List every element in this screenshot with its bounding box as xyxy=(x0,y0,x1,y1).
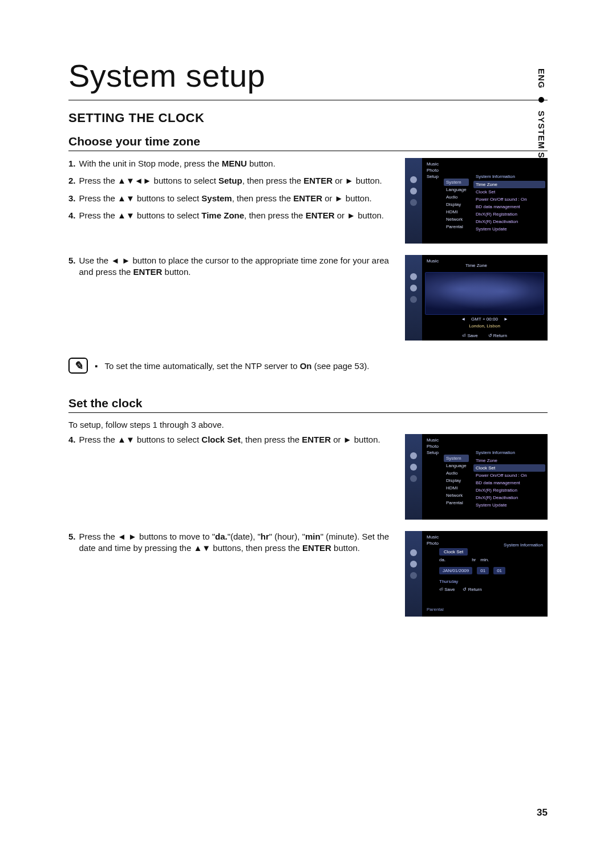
tv-nav-photo: Photo xyxy=(427,168,439,173)
globe-icon xyxy=(410,176,417,183)
tv-menu-item: Audio xyxy=(444,193,469,201)
tv-menu-item: HDMI xyxy=(444,484,469,492)
lang-tab: ENG xyxy=(537,68,546,89)
tv-weekday: Thursday xyxy=(439,579,505,584)
return-icon: ↺ xyxy=(488,333,493,338)
choose-tz-step5: 5.Use the ◄ ► button to place the cursor… xyxy=(68,255,396,278)
tv-screenshot-clockset-fields: Music Photo System Information Clock Set… xyxy=(405,531,548,617)
tv-panel-item: System Update xyxy=(473,501,545,509)
tv-panel-item: BD data management xyxy=(473,203,545,210)
tv-panel-item: BD data management xyxy=(473,479,545,487)
set-clock-heading: Set the clock xyxy=(68,396,548,413)
gear-icon xyxy=(410,285,417,291)
tv-panel-clockset: Clock Set xyxy=(473,464,545,472)
step: 4.Press the ▲▼ buttons to select Clock S… xyxy=(68,434,396,445)
tv-menu-system: System xyxy=(444,455,469,462)
tv-save-button-label: Save xyxy=(444,587,455,592)
tv-nav-photo: Photo xyxy=(427,541,439,546)
tv-panel-item: DivX(R) Registration xyxy=(473,487,545,494)
tv-gmt: GMT + 00:00 xyxy=(471,317,498,322)
tv-return-button-label: Return xyxy=(468,587,482,592)
tv-nav-music: Music xyxy=(427,161,439,167)
tv-menu-item: HDMI xyxy=(444,208,469,216)
tv-nav-music: Music xyxy=(427,534,439,540)
tv-menu-item: Audio xyxy=(444,469,469,477)
dim-icon xyxy=(410,199,417,206)
tv-menu-item: Network xyxy=(444,492,469,499)
chevron-left-icon: ◄ xyxy=(461,317,465,322)
page-title: System setup xyxy=(68,57,548,100)
tv-cities: London, Lisbon xyxy=(425,323,544,329)
tv-screenshot-system-timezone: Music Photo Setup System Language Audio … xyxy=(405,158,548,244)
bullet-icon xyxy=(538,97,544,103)
choose-tz-heading: Choose your time zone xyxy=(68,135,548,151)
tv-tz-title: Time Zone xyxy=(405,263,548,268)
world-map-icon xyxy=(425,272,544,315)
tv-panel-item: System Update xyxy=(473,225,545,233)
manual-page: ENG SYSTEM SETUP System setup SETTING TH… xyxy=(0,0,616,847)
tv-menu-item: Language xyxy=(444,462,469,469)
note-pencil-icon: ✎ xyxy=(68,358,88,374)
tv-panel-item: DivX(R) Registration xyxy=(473,210,545,218)
tv-panel-item: Power On/Off sound : On xyxy=(473,196,545,203)
chevron-right-icon: ► xyxy=(504,317,508,322)
tv-nav-music: Music xyxy=(427,437,439,443)
page-heading: SETTING THE CLOCK xyxy=(68,111,548,125)
step: 3.Press the ▲▼ buttons to select System,… xyxy=(68,193,396,204)
tv-menu-item: Parental xyxy=(444,499,469,506)
gear-icon xyxy=(410,464,417,471)
tv-menu-item: Parental xyxy=(444,223,469,230)
dim-icon xyxy=(410,296,417,303)
tv-return-button-label: Return xyxy=(493,333,507,338)
tv-panel-header: System Information xyxy=(504,542,543,548)
label-min: min. xyxy=(480,557,489,562)
tv-clockset-title: Clock Set xyxy=(439,548,468,556)
tv-date-value: JAN/01/2009 xyxy=(439,567,472,574)
enter-icon: ⏎ xyxy=(462,333,467,338)
dim-icon xyxy=(410,475,417,482)
step: 5.Press the ◄ ► buttons to move to "da."… xyxy=(68,531,396,554)
step: 5.Use the ◄ ► button to place the cursor… xyxy=(68,255,396,278)
globe-icon xyxy=(410,549,417,556)
choose-tz-steps: 1.With the unit in Stop mode, press the … xyxy=(68,158,396,221)
note: ✎ ▪ To set the time automatically, set t… xyxy=(68,358,548,374)
tv-menu-item: Display xyxy=(444,201,469,208)
set-clock-step4: 4.Press the ▲▼ buttons to select Clock S… xyxy=(68,434,396,445)
tv-min-value: 01 xyxy=(493,567,505,574)
tv-nav-setup: Setup xyxy=(427,174,439,179)
tv-menu-item: Network xyxy=(444,216,469,223)
page-number: 35 xyxy=(537,807,548,818)
tv-panel-header: System Information xyxy=(473,450,545,455)
tv-menu-item: Parental xyxy=(427,607,444,612)
tv-screenshot-timezone-map: Music Time Zone ◄ GMT + 00:00 ► London, … xyxy=(405,255,548,341)
label-da: da. xyxy=(439,557,445,562)
tv-panel-item: Power On/Off sound : On xyxy=(473,472,545,479)
gear-icon xyxy=(410,188,417,194)
dim-icon xyxy=(410,572,417,579)
tv-panel-item: Clock Set xyxy=(473,188,545,196)
step: 2.Press the ▲▼◄► buttons to select Setup… xyxy=(68,175,396,187)
gear-icon xyxy=(410,561,417,568)
tv-panel-item: DivX(R) Deactivation xyxy=(473,494,545,501)
tv-menu-system: System xyxy=(444,179,469,186)
tv-hr-value: 01 xyxy=(477,567,489,574)
note-bullet: ▪ xyxy=(95,361,98,371)
tv-menu-item: Display xyxy=(444,477,469,484)
globe-icon xyxy=(410,452,417,459)
tv-panel-header: System Information xyxy=(473,174,545,179)
tv-panel-item: DivX(R) Deactivation xyxy=(473,218,545,225)
tv-menu-item: Language xyxy=(444,186,469,193)
return-icon: ↺ xyxy=(463,587,468,592)
tv-panel-item: Time Zone xyxy=(473,457,545,464)
tv-save-button-label: Save xyxy=(467,333,477,338)
tv-nav-setup: Setup xyxy=(427,450,439,455)
step: 1.With the unit in Stop mode, press the … xyxy=(68,158,396,169)
tv-nav-photo: Photo xyxy=(427,444,439,449)
set-clock-step5: 5.Press the ◄ ► buttons to move to "da."… xyxy=(68,531,396,554)
step: 4.Press the ▲▼ buttons to select Time Zo… xyxy=(68,210,396,221)
globe-icon xyxy=(410,273,417,280)
label-hr: hr xyxy=(472,557,476,562)
tv-panel-timezone: Time Zone xyxy=(473,181,545,188)
enter-icon: ⏎ xyxy=(439,587,444,592)
set-clock-intro: To setup, follow steps 1 through 3 above… xyxy=(68,420,548,429)
